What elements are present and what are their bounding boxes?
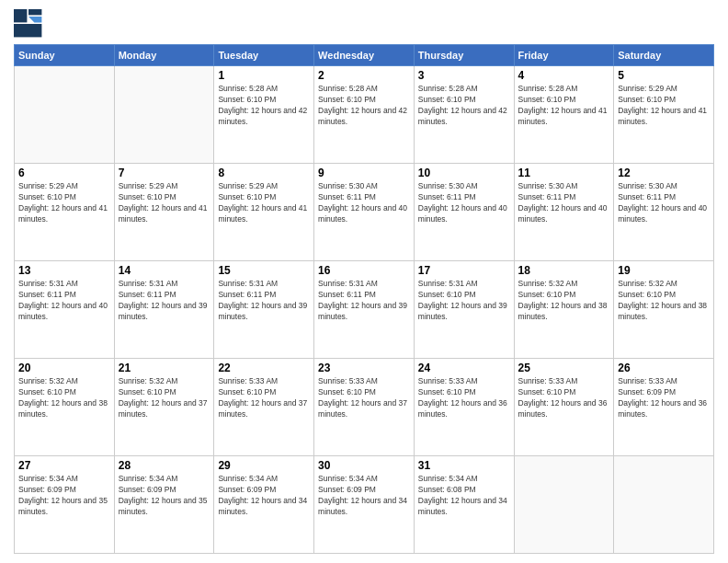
calendar-cell: 5Sunrise: 5:29 AMSunset: 6:10 PMDaylight…: [614, 66, 714, 164]
day-header-tuesday: Tuesday: [214, 45, 314, 66]
calendar-cell: [614, 456, 714, 554]
day-number: 8: [218, 167, 310, 179]
day-number: 14: [119, 264, 210, 277]
day-number: 2: [318, 69, 410, 82]
day-info: Sunrise: 5:30 AMSunset: 6:11 PMDaylight:…: [518, 181, 610, 225]
calendar-cell: 6Sunrise: 5:29 AMSunset: 6:10 PMDaylight…: [15, 164, 115, 261]
day-info: Sunrise: 5:30 AMSunset: 6:11 PMDaylight:…: [318, 181, 410, 225]
day-number: 31: [418, 459, 510, 472]
calendar-cell: 16Sunrise: 5:31 AMSunset: 6:11 PMDayligh…: [314, 261, 415, 359]
day-info: Sunrise: 5:29 AMSunset: 6:10 PMDaylight:…: [218, 181, 310, 225]
calendar-cell: 28Sunrise: 5:34 AMSunset: 6:09 PMDayligh…: [114, 456, 214, 554]
day-info: Sunrise: 5:29 AMSunset: 6:10 PMDaylight:…: [18, 181, 110, 225]
calendar-cell: 7Sunrise: 5:29 AMSunset: 6:10 PMDaylight…: [114, 164, 214, 261]
svg-marker-2: [28, 17, 41, 22]
day-number: 25: [518, 362, 610, 374]
day-info: Sunrise: 5:32 AMSunset: 6:10 PMDaylight:…: [618, 279, 710, 323]
day-number: 9: [318, 167, 410, 179]
day-number: 21: [119, 362, 210, 374]
day-info: Sunrise: 5:34 AMSunset: 6:09 PMDaylight:…: [119, 474, 210, 518]
calendar-cell: 30Sunrise: 5:34 AMSunset: 6:09 PMDayligh…: [314, 456, 415, 554]
calendar-cell: 27Sunrise: 5:34 AMSunset: 6:09 PMDayligh…: [15, 456, 115, 554]
calendar-cell: 15Sunrise: 5:31 AMSunset: 6:11 PMDayligh…: [214, 261, 314, 359]
day-number: 1: [218, 69, 310, 82]
page: SundayMondayTuesdayWednesdayThursdayFrid…: [0, 0, 728, 563]
day-number: 3: [418, 69, 510, 82]
day-number: 18: [518, 264, 610, 277]
day-number: 4: [518, 69, 610, 82]
calendar-cell: 11Sunrise: 5:30 AMSunset: 6:11 PMDayligh…: [514, 164, 614, 261]
calendar-cell: 21Sunrise: 5:32 AMSunset: 6:10 PMDayligh…: [114, 359, 214, 456]
day-header-friday: Friday: [514, 45, 614, 66]
day-number: 13: [18, 264, 110, 277]
day-info: Sunrise: 5:31 AMSunset: 6:11 PMDaylight:…: [119, 279, 210, 323]
day-info: Sunrise: 5:33 AMSunset: 6:09 PMDaylight:…: [618, 376, 710, 420]
svg-rect-3: [14, 24, 41, 37]
day-number: 26: [618, 362, 710, 374]
calendar-cell: 26Sunrise: 5:33 AMSunset: 6:09 PMDayligh…: [614, 359, 714, 456]
calendar-header-row: SundayMondayTuesdayWednesdayThursdayFrid…: [15, 45, 714, 66]
calendar-cell: 9Sunrise: 5:30 AMSunset: 6:11 PMDaylight…: [314, 164, 415, 261]
svg-rect-1: [28, 9, 41, 15]
logo-icon: [14, 9, 43, 39]
day-info: Sunrise: 5:33 AMSunset: 6:10 PMDaylight:…: [418, 376, 510, 420]
day-number: 11: [518, 167, 610, 179]
day-header-thursday: Thursday: [414, 45, 514, 66]
calendar-cell: 29Sunrise: 5:34 AMSunset: 6:09 PMDayligh…: [214, 456, 314, 554]
week-row-4: 20Sunrise: 5:32 AMSunset: 6:10 PMDayligh…: [15, 359, 714, 456]
day-number: 23: [318, 362, 410, 374]
day-info: Sunrise: 5:33 AMSunset: 6:10 PMDaylight:…: [318, 376, 410, 420]
calendar-cell: 12Sunrise: 5:30 AMSunset: 6:11 PMDayligh…: [614, 164, 714, 261]
day-number: 28: [119, 459, 210, 472]
svg-rect-0: [14, 9, 27, 22]
calendar-cell: 20Sunrise: 5:32 AMSunset: 6:10 PMDayligh…: [15, 359, 115, 456]
calendar-cell: 14Sunrise: 5:31 AMSunset: 6:11 PMDayligh…: [114, 261, 214, 359]
header: [14, 9, 714, 39]
day-info: Sunrise: 5:31 AMSunset: 6:11 PMDaylight:…: [18, 279, 110, 323]
calendar-cell: 19Sunrise: 5:32 AMSunset: 6:10 PMDayligh…: [614, 261, 714, 359]
calendar-table: SundayMondayTuesdayWednesdayThursdayFrid…: [14, 44, 714, 554]
day-number: 19: [618, 264, 710, 277]
calendar-cell: 17Sunrise: 5:31 AMSunset: 6:10 PMDayligh…: [414, 261, 514, 359]
day-number: 6: [18, 167, 110, 179]
calendar-cell: [15, 66, 115, 164]
day-info: Sunrise: 5:34 AMSunset: 6:09 PMDaylight:…: [18, 474, 110, 518]
day-number: 15: [218, 264, 310, 277]
calendar-cell: 8Sunrise: 5:29 AMSunset: 6:10 PMDaylight…: [214, 164, 314, 261]
day-info: Sunrise: 5:34 AMSunset: 6:09 PMDaylight:…: [318, 474, 410, 518]
logo: [14, 9, 47, 39]
day-info: Sunrise: 5:31 AMSunset: 6:11 PMDaylight:…: [318, 279, 410, 323]
day-number: 7: [119, 167, 210, 179]
day-number: 30: [318, 459, 410, 472]
week-row-1: 1Sunrise: 5:28 AMSunset: 6:10 PMDaylight…: [15, 66, 714, 164]
day-info: Sunrise: 5:33 AMSunset: 6:10 PMDaylight:…: [518, 376, 610, 420]
day-info: Sunrise: 5:30 AMSunset: 6:11 PMDaylight:…: [618, 181, 710, 225]
day-info: Sunrise: 5:32 AMSunset: 6:10 PMDaylight:…: [119, 376, 210, 420]
day-number: 10: [418, 167, 510, 179]
day-info: Sunrise: 5:28 AMSunset: 6:10 PMDaylight:…: [218, 84, 310, 128]
day-header-monday: Monday: [114, 45, 214, 66]
day-number: 16: [318, 264, 410, 277]
calendar-cell: 24Sunrise: 5:33 AMSunset: 6:10 PMDayligh…: [414, 359, 514, 456]
week-row-2: 6Sunrise: 5:29 AMSunset: 6:10 PMDaylight…: [15, 164, 714, 261]
calendar-cell: 18Sunrise: 5:32 AMSunset: 6:10 PMDayligh…: [514, 261, 614, 359]
day-info: Sunrise: 5:33 AMSunset: 6:10 PMDaylight:…: [218, 376, 310, 420]
week-row-3: 13Sunrise: 5:31 AMSunset: 6:11 PMDayligh…: [15, 261, 714, 359]
day-info: Sunrise: 5:28 AMSunset: 6:10 PMDaylight:…: [318, 84, 410, 128]
calendar-cell: 22Sunrise: 5:33 AMSunset: 6:10 PMDayligh…: [214, 359, 314, 456]
day-info: Sunrise: 5:29 AMSunset: 6:10 PMDaylight:…: [618, 84, 710, 128]
day-info: Sunrise: 5:28 AMSunset: 6:10 PMDaylight:…: [518, 84, 610, 128]
day-info: Sunrise: 5:34 AMSunset: 6:09 PMDaylight:…: [218, 474, 310, 518]
day-number: 22: [218, 362, 310, 374]
day-info: Sunrise: 5:34 AMSunset: 6:08 PMDaylight:…: [418, 474, 510, 518]
day-info: Sunrise: 5:31 AMSunset: 6:10 PMDaylight:…: [418, 279, 510, 323]
day-number: 17: [418, 264, 510, 277]
day-number: 20: [18, 362, 110, 374]
calendar-cell: 25Sunrise: 5:33 AMSunset: 6:10 PMDayligh…: [514, 359, 614, 456]
calendar-cell: [514, 456, 614, 554]
calendar-cell: 1Sunrise: 5:28 AMSunset: 6:10 PMDaylight…: [214, 66, 314, 164]
week-row-5: 27Sunrise: 5:34 AMSunset: 6:09 PMDayligh…: [15, 456, 714, 554]
calendar-cell: 3Sunrise: 5:28 AMSunset: 6:10 PMDaylight…: [414, 66, 514, 164]
day-header-sunday: Sunday: [15, 45, 115, 66]
calendar-cell: 13Sunrise: 5:31 AMSunset: 6:11 PMDayligh…: [15, 261, 115, 359]
